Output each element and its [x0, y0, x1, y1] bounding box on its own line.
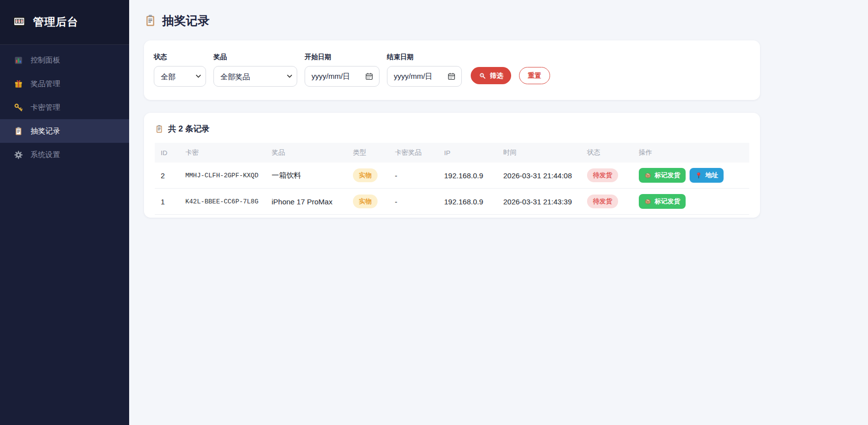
sidebar-item-label: 奖品管理 [31, 79, 60, 89]
table-header-row: ID卡密奖品类型卡密奖品IP时间状态操作 [155, 143, 749, 163]
sidebar-item-dashboard[interactable]: 控制面板 [0, 48, 129, 72]
start-date-placeholder: yyyy/mm/日 [312, 72, 350, 81]
cell-prize: iPhone 17 ProMax [266, 189, 347, 215]
svg-text:7: 7 [21, 19, 23, 23]
cell-ip: 192.168.0.9 [438, 189, 497, 215]
sidebar-item-settings[interactable]: 系统设置 [0, 143, 129, 166]
prize-filter-group: 奖品 全部奖品 [213, 53, 297, 87]
end-date-label: 结束日期 [387, 53, 462, 62]
status-filter-label: 状态 [154, 53, 206, 62]
mark-shipped-button[interactable]: 标记发货 [639, 168, 686, 183]
end-date-placeholder: yyyy/mm/日 [394, 72, 432, 81]
start-date-label: 开始日期 [305, 53, 380, 62]
main-content: 抽奖记录 状态 全部 奖品 全部奖品 开始日期 yyyy/mm/日 [129, 0, 868, 425]
cell-time: 2026-03-31 21:44:08 [497, 163, 581, 189]
column-header: 时间 [497, 143, 581, 163]
start-date-group: 开始日期 yyyy/mm/日 [305, 53, 380, 87]
sidebar-item-label: 控制面板 [31, 56, 60, 65]
status-badge: 待发货 [587, 168, 618, 182]
sidebar-nav: 控制面板奖品管理卡密管理抽奖记录系统设置 [0, 45, 129, 166]
cell-id: 1 [155, 189, 179, 215]
page-title-text: 抽奖记录 [162, 13, 209, 29]
cell-actions: 标记发货地址 [633, 163, 749, 189]
cell-type: 实物 [347, 163, 389, 189]
sidebar-item-label: 抽奖记录 [31, 127, 60, 136]
sidebar-item-label: 卡密管理 [31, 103, 60, 112]
records-card: 共 2 条记录 ID卡密奖品类型卡密奖品IP时间状态操作 2MMHJ-CLFH-… [144, 113, 760, 218]
address-button[interactable]: 地址 [690, 168, 724, 183]
svg-text:7: 7 [18, 19, 20, 23]
column-header: 状态 [581, 143, 633, 163]
cell-status: 待发货 [581, 189, 633, 215]
pin-icon [695, 172, 702, 179]
cell-card-prize: - [389, 189, 438, 215]
cell-actions: 标记发货 [633, 189, 749, 215]
type-badge: 实物 [353, 168, 378, 182]
clipboard-icon [155, 125, 164, 133]
cell-card-key: MMHJ-CLFH-2GPF-KXQD [179, 163, 266, 189]
status-filter-select[interactable]: 全部 [154, 66, 206, 87]
cell-card-prize: - [389, 163, 438, 189]
clipboard-icon [14, 127, 23, 136]
sidebar: 7 7 7 管理后台 控制面板奖品管理卡密管理抽奖记录系统设置 [0, 0, 129, 425]
sidebar-item-prizes[interactable]: 奖品管理 [0, 72, 129, 96]
cell-id: 2 [155, 163, 179, 189]
svg-text:7: 7 [16, 19, 18, 23]
sidebar-item-records[interactable]: 抽奖记录 [0, 119, 129, 143]
search-icon [479, 72, 486, 80]
records-count-title: 共 2 条记录 [155, 124, 749, 134]
status-filter-group: 状态 全部 [154, 53, 206, 87]
calendar-icon[interactable] [365, 72, 374, 81]
column-header: 卡密 [179, 143, 266, 163]
type-badge: 实物 [353, 195, 378, 208]
prize-filter-label: 奖品 [213, 53, 297, 62]
gear-icon [14, 150, 23, 160]
records-table: ID卡密奖品类型卡密奖品IP时间状态操作 2MMHJ-CLFH-2GPF-KXQ… [155, 143, 749, 215]
table-row: 1K42L-BBEE-CC6P-7L8GiPhone 17 ProMax实物-1… [155, 189, 749, 215]
cell-prize: 一箱饮料 [266, 163, 347, 189]
filter-actions: 筛选 重置 [471, 67, 550, 87]
package-icon [644, 198, 652, 205]
gift-icon [14, 79, 23, 89]
end-date-input[interactable]: yyyy/mm/日 [387, 66, 462, 87]
key-icon [14, 103, 23, 112]
filter-button[interactable]: 筛选 [471, 67, 511, 84]
cell-ip: 192.168.0.9 [438, 163, 497, 189]
cell-time: 2026-03-31 21:43:39 [497, 189, 581, 215]
cell-card-key: K42L-BBEE-CC6P-7L8G [179, 189, 266, 215]
slot-machine-icon: 7 7 7 [12, 15, 27, 30]
start-date-input[interactable]: yyyy/mm/日 [305, 66, 380, 87]
status-badge: 待发货 [587, 195, 618, 208]
column-header: 类型 [347, 143, 389, 163]
package-icon [644, 172, 652, 179]
admin-app: 7 7 7 管理后台 控制面板奖品管理卡密管理抽奖记录系统设置 抽奖记录 状态 … [0, 0, 868, 425]
bar-chart-icon [14, 56, 23, 65]
sidebar-item-label: 系统设置 [31, 150, 60, 160]
sidebar-header: 7 7 7 管理后台 [0, 0, 129, 45]
filter-card: 状态 全部 奖品 全部奖品 开始日期 yyyy/mm/日 [144, 40, 760, 100]
cell-status: 待发货 [581, 163, 633, 189]
prize-filter-select[interactable]: 全部奖品 [213, 66, 297, 87]
records-count-text: 共 2 条记录 [168, 124, 209, 134]
column-header: 操作 [633, 143, 749, 163]
column-header: 卡密奖品 [389, 143, 438, 163]
clipboard-icon [144, 14, 157, 27]
page-title: 抽奖记录 [144, 13, 868, 29]
column-header: ID [155, 143, 179, 163]
app-title: 管理后台 [33, 15, 78, 30]
table-row: 2MMHJ-CLFH-2GPF-KXQD一箱饮料实物-192.168.0.920… [155, 163, 749, 189]
reset-button[interactable]: 重置 [519, 67, 550, 84]
mark-shipped-button[interactable]: 标记发货 [639, 194, 686, 209]
sidebar-item-card-keys[interactable]: 卡密管理 [0, 96, 129, 119]
column-header: IP [438, 143, 497, 163]
cell-type: 实物 [347, 189, 389, 215]
end-date-group: 结束日期 yyyy/mm/日 [387, 53, 462, 87]
column-header: 奖品 [266, 143, 347, 163]
calendar-icon[interactable] [447, 72, 456, 81]
